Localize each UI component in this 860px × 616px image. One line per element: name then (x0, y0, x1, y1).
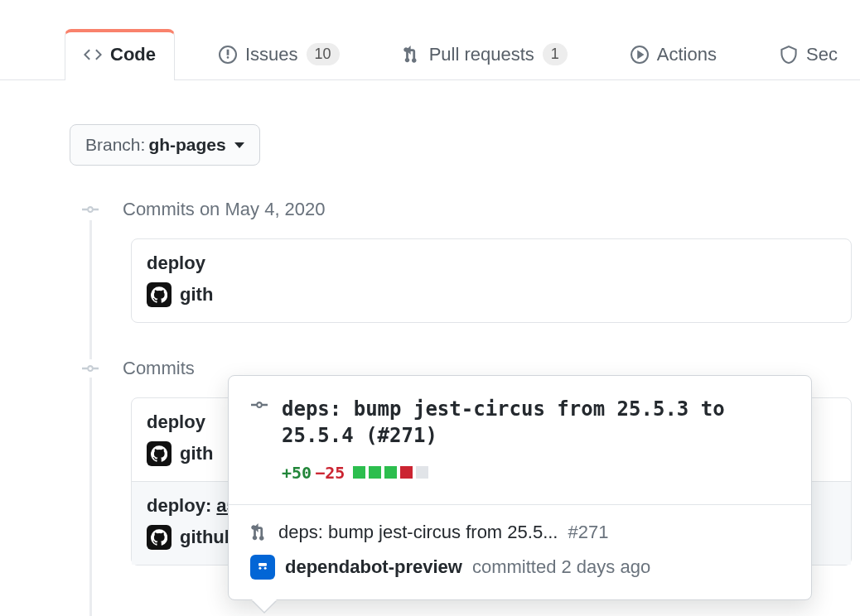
hovercard-author[interactable]: dependabot-preview (285, 556, 462, 578)
tab-code-label: Code (110, 44, 156, 65)
commit-icon (81, 200, 99, 219)
svg-rect-3 (258, 563, 267, 566)
avatar (250, 555, 275, 580)
tab-actions-label: Actions (657, 44, 717, 65)
commit-hovercard: deps: bump jest-circus from 25.5.3 to 25… (228, 375, 812, 600)
play-icon (631, 46, 649, 64)
caret-down-icon (234, 142, 244, 148)
diff-square-added (369, 466, 381, 479)
hovercard-commit-title: deps: bump jest-circus from 25.5.3 to 25… (282, 396, 790, 450)
pulls-count: 1 (543, 43, 568, 65)
branch-select-name: gh-pages (148, 135, 225, 155)
hovercard-time: committed 2 days ago (472, 556, 650, 578)
branch-select-button[interactable]: Branch: gh-pages (70, 124, 260, 166)
commit-item[interactable]: deploy gith (132, 239, 851, 322)
commit-title-prefix: deploy: (147, 495, 211, 516)
deletions-count: −25 (315, 463, 345, 483)
issue-icon (219, 46, 237, 64)
diff-square-added (353, 466, 365, 479)
commit-icon (250, 396, 268, 414)
branch-select-label: Branch: (85, 135, 145, 155)
diff-square-neutral (416, 466, 428, 479)
commit-title: deploy (147, 253, 836, 274)
commit-author[interactable]: gith (180, 443, 213, 464)
commit-group-date: Commits on May 4, 2020 (123, 199, 326, 220)
timeline-line (89, 220, 92, 616)
repo-tabnav: Code Issues 10 Pull requests 1 Actions S… (0, 0, 860, 80)
avatar (147, 525, 172, 550)
diff-square-added (384, 466, 397, 479)
avatar (147, 441, 172, 466)
diffstat: +50 −25 (282, 463, 790, 483)
git-pull-request-icon (403, 46, 421, 64)
commit-list: deploy gith deploy: a5d411b github-actio… (131, 397, 852, 565)
tab-pulls[interactable]: Pull requests 1 (384, 27, 587, 80)
additions-count: +50 (282, 463, 312, 483)
hovercard-pr-number[interactable]: #271 (568, 522, 608, 543)
avatar (147, 282, 172, 307)
tab-security[interactable]: Sec (761, 28, 857, 80)
tab-code[interactable]: Code (65, 29, 175, 80)
git-pull-request-icon (250, 523, 268, 541)
diff-square-removed (400, 466, 413, 479)
code-icon (84, 46, 102, 64)
commit-group-header: Commits on May 4, 2020 (81, 199, 860, 220)
commit-icon (81, 359, 99, 378)
tab-issues-label: Issues (245, 44, 298, 65)
shield-icon (780, 46, 798, 64)
commit-list: deploy gith (131, 238, 852, 323)
tab-pulls-label: Pull requests (429, 44, 534, 65)
tab-issues[interactable]: Issues 10 (200, 27, 359, 80)
svg-point-1 (258, 567, 261, 570)
commit-author[interactable]: gith (180, 284, 213, 306)
commit-group-date: Commits (123, 358, 195, 379)
divider (229, 504, 811, 505)
svg-rect-0 (257, 561, 269, 573)
issues-count: 10 (307, 43, 340, 65)
tab-security-label: Sec (806, 44, 838, 65)
tab-actions[interactable]: Actions (611, 28, 736, 80)
hovercard-pr-title[interactable]: deps: bump jest-circus from 25.5... (278, 522, 558, 543)
svg-point-2 (264, 567, 267, 570)
